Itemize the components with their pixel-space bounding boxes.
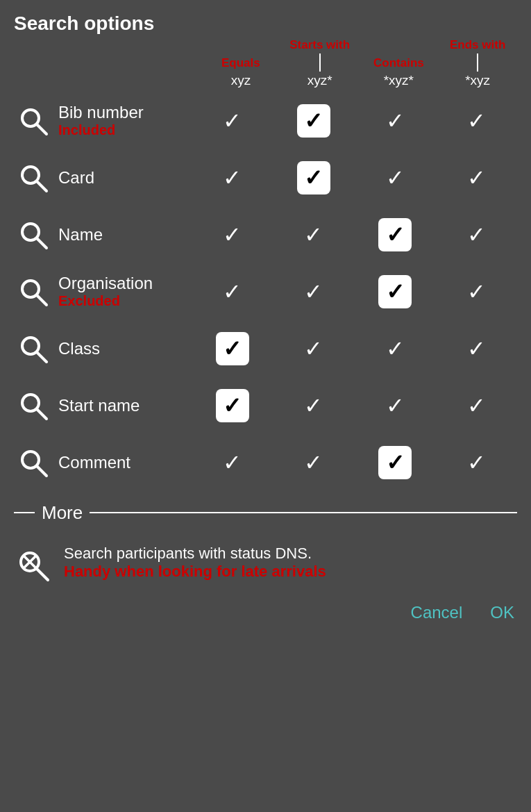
dns-search-icon — [14, 545, 53, 583]
card-contains-cell[interactable]: ✓ — [355, 161, 436, 194]
svg-line-15 — [37, 569, 48, 580]
bib-number-label: Bib number — [58, 103, 192, 122]
comment-contains-cell[interactable]: ✓ — [355, 446, 436, 479]
cancel-button[interactable]: Cancel — [411, 603, 463, 622]
comment-ends-cell[interactable]: ✓ — [436, 446, 517, 479]
col-header-contains: Contains *xyz* — [360, 57, 439, 88]
start-name-label: Start name — [58, 396, 192, 415]
col-contains-xyz: *xyz* — [384, 73, 414, 88]
class-label: Class — [58, 339, 192, 358]
class-ends-cell[interactable]: ✓ — [436, 332, 517, 365]
bib-number-cells: ✓ ✓ ✓ ✓ — [192, 104, 517, 138]
col-header-equals: Equals xyz — [201, 57, 280, 88]
bib-number-label-area: Bib number Included — [53, 103, 192, 138]
row-name: Name ✓ ✓ ✓ ✓ — [7, 206, 524, 263]
class-search-icon — [14, 333, 53, 365]
organisation-sublabel: Excluded — [58, 293, 192, 309]
col-equals-xyz: xyz — [231, 73, 251, 88]
startname-equals-cell[interactable]: ✓ — [192, 389, 273, 422]
org-contains-cell[interactable]: ✓ — [355, 275, 436, 308]
organisation-cells: ✓ ✓ ✓ ✓ — [192, 275, 517, 308]
col-starts-label: Starts with — [289, 39, 350, 52]
more-line-left — [14, 512, 35, 513]
class-contains-cell[interactable]: ✓ — [355, 332, 436, 365]
dns-row: Search participants with status DNS. Han… — [0, 535, 531, 590]
svg-line-9 — [37, 352, 47, 362]
row-card: Card ✓ ✓ ✓ ✓ — [7, 149, 524, 206]
more-section: More — [0, 491, 531, 535]
row-comment: Comment ✓ ✓ ✓ ✓ — [7, 434, 524, 491]
org-starts-cell[interactable]: ✓ — [273, 275, 354, 308]
col-ends-label: Ends with — [450, 39, 505, 52]
col-header-ends-with: Ends with *xyz — [438, 39, 517, 88]
organisation-search-icon — [14, 276, 53, 308]
name-cells: ✓ ✓ ✓ ✓ — [192, 218, 517, 251]
page-title: Search options — [14, 13, 517, 35]
dns-sub-text: Handy when looking for late arrivals — [64, 563, 517, 581]
row-class: Class ✓ ✓ ✓ ✓ — [7, 320, 524, 377]
rows-container: Bib number Included ✓ ✓ ✓ ✓ Card — [0, 92, 531, 491]
header-area: Search options Equals xyz Starts with xy… — [0, 0, 531, 92]
card-search-icon — [14, 162, 53, 194]
comment-label: Comment — [58, 453, 192, 472]
org-equals-cell[interactable]: ✓ — [192, 275, 273, 308]
class-equals-cell[interactable]: ✓ — [192, 332, 273, 365]
bib-number-sublabel: Included — [58, 122, 192, 138]
name-starts-cell[interactable]: ✓ — [273, 218, 354, 251]
col-starts-xyz: xyz* — [307, 73, 332, 88]
card-label: Card — [58, 168, 192, 188]
bib-contains-cell[interactable]: ✓ — [355, 104, 436, 138]
dns-text-area: Search participants with status DNS. Han… — [64, 545, 517, 581]
name-equals-cell[interactable]: ✓ — [192, 218, 273, 251]
comment-cells: ✓ ✓ ✓ ✓ — [192, 446, 517, 479]
svg-line-1 — [37, 124, 47, 134]
start-name-search-icon — [14, 390, 53, 422]
start-name-cells: ✓ ✓ ✓ ✓ — [192, 389, 517, 422]
organisation-label-area: Organisation Excluded — [53, 274, 192, 309]
col-equals-label: Equals — [221, 57, 260, 70]
card-starts-cell[interactable]: ✓ — [273, 161, 354, 194]
card-ends-cell[interactable]: ✓ — [436, 161, 517, 194]
svg-line-3 — [37, 181, 47, 191]
footer: Cancel OK — [0, 590, 531, 636]
comment-search-icon — [14, 447, 53, 479]
col-ends-xyz: *xyz — [465, 73, 490, 88]
bib-starts-cell[interactable]: ✓ — [273, 104, 354, 138]
comment-starts-cell[interactable]: ✓ — [273, 446, 354, 479]
name-search-icon — [14, 219, 53, 251]
card-cells: ✓ ✓ ✓ ✓ — [192, 161, 517, 194]
class-starts-cell[interactable]: ✓ — [273, 332, 354, 365]
bib-ends-cell[interactable]: ✓ — [436, 104, 517, 138]
card-label-area: Card — [53, 168, 192, 188]
start-name-label-area: Start name — [53, 396, 192, 415]
more-line-right — [90, 512, 517, 513]
svg-line-11 — [37, 409, 47, 419]
row-bib-number: Bib number Included ✓ ✓ ✓ ✓ — [7, 92, 524, 149]
name-contains-cell[interactable]: ✓ — [355, 218, 436, 251]
bib-number-icon — [14, 105, 53, 137]
svg-line-5 — [37, 238, 47, 248]
org-ends-cell[interactable]: ✓ — [436, 275, 517, 308]
class-label-area: Class — [53, 339, 192, 358]
col-header-starts-with: Starts with xyz* — [280, 39, 360, 88]
comment-equals-cell[interactable]: ✓ — [192, 446, 273, 479]
organisation-label: Organisation — [58, 274, 192, 293]
startname-ends-cell[interactable]: ✓ — [436, 389, 517, 422]
main-container: Search options Equals xyz Starts with xy… — [0, 0, 531, 636]
col-contains-label: Contains — [373, 57, 424, 70]
svg-line-7 — [37, 295, 47, 305]
startname-starts-cell[interactable]: ✓ — [273, 389, 354, 422]
svg-line-13 — [37, 466, 47, 476]
ok-button[interactable]: OK — [490, 603, 514, 622]
dns-main-text: Search participants with status DNS. — [64, 545, 517, 563]
more-label: More — [42, 502, 83, 524]
name-label: Name — [58, 225, 192, 245]
card-equals-cell[interactable]: ✓ — [192, 161, 273, 194]
startname-contains-cell[interactable]: ✓ — [355, 389, 436, 422]
class-cells: ✓ ✓ ✓ ✓ — [192, 332, 517, 365]
name-ends-cell[interactable]: ✓ — [436, 218, 517, 251]
row-start-name: Start name ✓ ✓ ✓ ✓ — [7, 377, 524, 434]
bib-equals-cell[interactable]: ✓ — [192, 104, 273, 138]
comment-label-area: Comment — [53, 453, 192, 472]
row-organisation: Organisation Excluded ✓ ✓ ✓ ✓ — [7, 263, 524, 320]
